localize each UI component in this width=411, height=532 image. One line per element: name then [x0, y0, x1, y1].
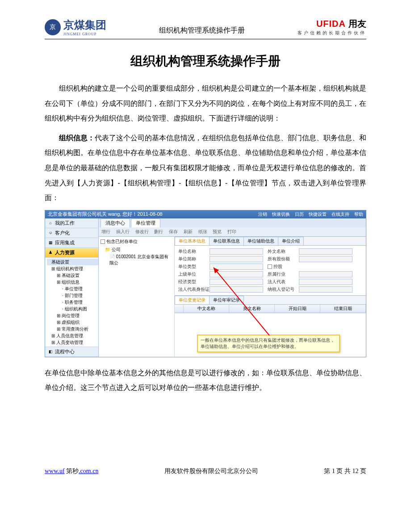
tab-messages[interactable]: 消息中心: [101, 218, 130, 227]
page-header: 京 京煤集团 JINGMEI GROUP 组织机构管理系统操作手册 UFIDA用…: [45, 18, 366, 38]
form-input[interactable]: [299, 286, 352, 293]
subtab2-change[interactable]: 单位变更记录: [175, 296, 210, 304]
app-screenshot: 北京金泰集团有限公司机关 wang, 您好！2011-08-08 注销 快速切换…: [45, 210, 366, 357]
tb-link-support[interactable]: 在线支持: [331, 212, 349, 217]
logo-icon: 京: [45, 19, 61, 35]
sidebar-item-mywork[interactable]: ⌂我的工作: [45, 218, 98, 228]
toolbar-delete[interactable]: 删行: [154, 229, 163, 234]
form-input[interactable]: [210, 279, 263, 285]
subtab-aux[interactable]: 单位辅助信息: [243, 237, 278, 245]
tree-node[interactable]: 基础设置: [47, 259, 98, 265]
header-divider: [45, 39, 366, 39]
callout-text: 一般在单位基本信息中的信息只有集团才能修改，而单位联系信息，单位辅助信息、单位介…: [201, 338, 335, 349]
history-tabs: 单位变更记录 单位年审记录: [175, 295, 366, 305]
form-label: 法人代表身份证号: [178, 286, 205, 293]
sidebar-item-hr[interactable]: ♟人力资源: [45, 248, 98, 258]
tree-node[interactable]: · 部门管理: [47, 292, 98, 299]
ufida-logo-block: UFIDA用友 客户信赖的长期合作伙伴: [298, 18, 366, 36]
detail-pane: 单位基本信息 单位联系信息 单位辅助信息 单位介绍 单位名称外文名称单位简称所有…: [175, 237, 366, 357]
flow-icon: ◧: [48, 349, 53, 354]
tree-child[interactable]: 📄 01002001 北京金泰集团有限公: [101, 253, 172, 267]
toolbar-insert[interactable]: 插入行: [116, 229, 130, 234]
footer-link[interactable]: www.uf 第秒.com.cn: [45, 467, 98, 475]
tree-node[interactable]: ⊞ 岗位管理: [47, 312, 98, 319]
logo-subtext: JINGMEI GROUP: [63, 32, 106, 36]
form-input[interactable]: [299, 271, 352, 277]
th-en: 英文名称: [229, 305, 275, 313]
form-input[interactable]: [210, 256, 263, 262]
form-input[interactable]: [210, 248, 263, 255]
toolbar-save[interactable]: 保存: [169, 229, 178, 234]
paragraph-1: 组织机构的建立是一个公司的重要组成部分，组织机构是公司建立的一个基本框架，组织机…: [45, 81, 366, 126]
titlebar-right: 注销 快速切换 日历 快捷设置 在线支持 帮助: [255, 211, 363, 218]
toolbar-edit[interactable]: 修改行: [135, 229, 149, 234]
nav-tree: 基础设置⊞ 组织机构管理⊞ 基础设置⊞ 组织信息· 单位管理· 部门管理· 职务…: [45, 258, 98, 347]
subtab-basic[interactable]: 单位基本信息: [175, 237, 210, 245]
org-info-label: 组织信息：: [59, 134, 95, 142]
ufida-logo-cn: 用友: [348, 19, 366, 29]
form-label: 纳税人登记号: [268, 286, 294, 293]
form-input[interactable]: [210, 271, 263, 277]
include-archived-checkbox[interactable]: 包含已封存单位: [101, 239, 172, 245]
form-input[interactable]: [210, 264, 263, 270]
table-body: 一般在单位基本信息中的信息只有集团才能修改，而单位联系信息，单位辅助信息、单位介…: [175, 313, 366, 357]
tree-node[interactable]: ⊞ 虚拟组织: [47, 319, 98, 326]
subtab-contact[interactable]: 单位联系信息: [209, 237, 244, 245]
hr-icon: ♟: [48, 250, 53, 255]
subtab2-audit[interactable]: 单位年审记录: [209, 296, 244, 304]
tb-link-shortcut[interactable]: 快捷设置: [309, 212, 327, 217]
sidebar-item-customer[interactable]: ☺客户化: [45, 228, 98, 238]
form-input[interactable]: [299, 256, 352, 262]
ufida-logo-sub: 客户信赖的长期合作伙伴: [298, 30, 366, 36]
tab-unit-mgmt[interactable]: 单位管理: [131, 218, 160, 227]
th-end: 结束日期: [320, 305, 366, 313]
toolbar: 增行 插入行 修改行 删行 保存 刷新 纸张 预览 打印: [99, 227, 366, 237]
tb-link-switch[interactable]: 快速切换: [272, 212, 290, 217]
toolbar-add[interactable]: 增行: [101, 229, 110, 234]
paragraph-3: 在单位信息中除单位基本信息之外的其他信息是可以进行修改的，如：单位联系信息、单位…: [45, 365, 366, 395]
form-label: 单位简称: [178, 256, 205, 262]
form-label: 外文名称: [268, 248, 294, 255]
th-cn: 中文名称: [184, 305, 229, 313]
subtab-intro[interactable]: 单位介绍: [278, 237, 304, 245]
tree-node[interactable]: · 组织机构图: [47, 306, 98, 312]
checkbox-label: 包含已封存单位: [106, 239, 138, 245]
tree-node[interactable]: ⊞ 人员信息管理: [47, 332, 98, 339]
sidebar-item-flow[interactable]: ◧流程中心: [45, 347, 98, 357]
tb-link-calendar[interactable]: 日历: [295, 212, 304, 217]
tree-node[interactable]: ⊞ 组织机构管理: [47, 265, 98, 272]
tree-node[interactable]: · 单位管理: [47, 285, 98, 292]
form-label: 单位名称: [178, 248, 205, 255]
document-page: 京 京煤集团 JINGMEI GROUP 组织机构管理系统操作手册 UFIDA用…: [0, 0, 411, 489]
toolbar-preview[interactable]: 预览: [213, 229, 222, 234]
tree-node[interactable]: · 职务管理: [47, 299, 98, 306]
home-icon: ⌂: [48, 220, 53, 226]
tree-root[interactable]: 📁 公司: [101, 246, 172, 253]
app-titlebar: 北京金泰集团有限公司机关 wang, 您好！2011-08-08 注销 快速切换…: [45, 210, 366, 218]
user-icon: ☺: [48, 230, 53, 235]
ufida-logo-en: UFIDA: [316, 19, 346, 29]
tb-link-help[interactable]: 帮助: [354, 212, 363, 217]
tree-node[interactable]: ⊞ 常用查询分析: [47, 326, 98, 332]
form-label: 法人代表: [268, 279, 294, 285]
app-body: ⌂我的工作 ☺客户化 ▦应用集成 ♟人力资源 基础设置⊞ 组织机构管理⊞ 基础设…: [45, 218, 366, 357]
app-icon: ▦: [48, 240, 53, 245]
tree-node[interactable]: ⊞ 组织信息: [47, 279, 98, 285]
form-input[interactable]: [299, 248, 352, 255]
toolbar-refresh[interactable]: 刷新: [184, 229, 193, 234]
sidebar-item-integration[interactable]: ▦应用集成: [45, 238, 98, 248]
toolbar-print[interactable]: 打印: [227, 229, 236, 234]
th-start: 开始日期: [275, 305, 320, 313]
form-label: 所有股份额: [268, 256, 294, 262]
content-area: 包含已封存单位 📁 公司 📄 01002001 北京金泰集团有限公 单位基本信息…: [99, 237, 366, 357]
tree-node[interactable]: ⊞ 人员变动管理: [47, 339, 98, 346]
tree-node[interactable]: ⊞ 基础设置: [47, 272, 98, 279]
footer-company: 用友软件股份有限公司北京分公司: [164, 467, 258, 475]
form-label: 上级单位: [178, 271, 205, 277]
tb-link-logout[interactable]: 注销: [258, 212, 267, 217]
form-input[interactable]: [299, 279, 352, 285]
checkbox-icon: [101, 239, 105, 244]
form-label: 单位类型: [178, 264, 205, 270]
form-input[interactable]: [210, 286, 263, 293]
toolbar-paper[interactable]: 纸张: [198, 229, 207, 234]
